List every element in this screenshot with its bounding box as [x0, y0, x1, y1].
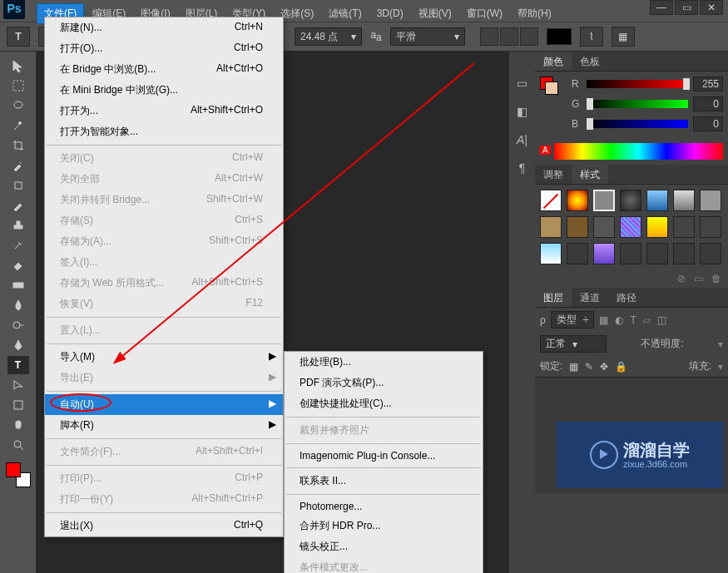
lock-paint-icon[interactable]: ✎	[585, 361, 593, 373]
close-button[interactable]: ✕	[700, 0, 723, 15]
menu-item[interactable]: 镜头校正...	[285, 536, 483, 557]
pen-tool[interactable]	[7, 336, 29, 354]
move-tool[interactable]	[7, 57, 29, 75]
green-value[interactable]: 0	[693, 96, 723, 111]
menu-item[interactable]: Photomerge...	[285, 497, 483, 516]
tab-paths[interactable]: 路径	[608, 288, 645, 307]
menu-item[interactable]: 在 Mini Bridge 中浏览(G)...	[45, 80, 283, 101]
menu-help[interactable]: 帮助(H)	[511, 4, 558, 23]
tab-swatches[interactable]: 色板	[572, 52, 608, 71]
blue-slider[interactable]	[587, 120, 688, 128]
menu-item[interactable]: 创建快捷批处理(C)...	[285, 393, 483, 414]
eyedropper-tool[interactable]	[7, 156, 29, 175]
menu-item[interactable]: 自动(U)▶	[45, 394, 283, 415]
filter-shape-icon[interactable]: ▱	[643, 314, 651, 326]
tab-color[interactable]: 颜色	[535, 52, 572, 71]
style-swatch[interactable]	[673, 216, 695, 238]
red-slider[interactable]	[587, 80, 688, 88]
style-swatch[interactable]	[646, 190, 668, 211]
menu-item[interactable]: Imagenomic Plug-in Console...	[285, 447, 483, 465]
character-panel-icon[interactable]: ▦	[612, 27, 635, 47]
menu-item[interactable]: 退出(X)Ctrl+Q	[45, 516, 283, 536]
filter-pixel-icon[interactable]: ▩	[599, 314, 608, 326]
style-swatch[interactable]	[593, 190, 615, 211]
style-swatch[interactable]	[700, 243, 721, 264]
brush-tool[interactable]	[7, 196, 29, 215]
align-center-button[interactable]	[500, 27, 518, 46]
warp-text-icon[interactable]: ⌇	[580, 27, 603, 47]
no-style-icon[interactable]: ⊘	[677, 273, 686, 284]
style-swatch[interactable]	[540, 243, 562, 264]
menu-item[interactable]: 合并到 HDR Pro...	[285, 516, 483, 536]
layer-filter-type[interactable]: 类型÷	[551, 311, 595, 328]
text-color-swatch[interactable]	[547, 28, 572, 45]
menu-view[interactable]: 视图(V)	[412, 4, 458, 23]
tab-adjustments[interactable]: 调整	[535, 165, 572, 184]
green-slider[interactable]	[587, 100, 688, 108]
tab-styles[interactable]: 样式	[572, 165, 608, 184]
stamp-tool[interactable]	[7, 216, 29, 235]
blur-tool[interactable]	[7, 296, 29, 314]
style-swatch[interactable]	[567, 216, 588, 238]
menu-item[interactable]: 批处理(B)...	[285, 352, 483, 373]
style-swatch[interactable]	[700, 190, 721, 211]
font-size-select[interactable]: 24.48 点▾	[295, 27, 362, 46]
lock-all-icon[interactable]: 🔒	[615, 361, 627, 373]
style-swatch[interactable]	[567, 190, 588, 211]
foreground-background-colors[interactable]	[6, 462, 31, 487]
history-brush-tool[interactable]	[7, 236, 29, 254]
menu-item[interactable]: 导入(M)▶	[45, 347, 283, 368]
path-select-tool[interactable]	[7, 376, 29, 394]
zoom-tool[interactable]	[7, 436, 29, 454]
panel-fgbg[interactable]	[540, 77, 563, 136]
blue-value[interactable]: 0	[693, 116, 723, 131]
character-icon[interactable]: A|	[517, 133, 527, 146]
healing-tool[interactable]	[7, 176, 29, 195]
antialias-select[interactable]: 平滑▾	[390, 27, 465, 46]
menu-item[interactable]: 联系表 II...	[285, 471, 483, 491]
menu-filter[interactable]: 滤镜(T)	[322, 4, 368, 23]
menu-item[interactable]: 打开为智能对象...	[45, 121, 283, 142]
minimize-button[interactable]: —	[650, 0, 673, 15]
style-swatch[interactable]	[700, 216, 721, 238]
properties-icon[interactable]: ◧	[517, 105, 527, 118]
menu-3d[interactable]: 3D(D)	[370, 5, 410, 22]
menu-item[interactable]: 打开为...Alt+Shift+Ctrl+O	[45, 101, 283, 121]
crop-tool[interactable]	[7, 136, 29, 155]
tool-preset-icon[interactable]: T	[7, 27, 30, 47]
menu-window[interactable]: 窗口(W)	[460, 4, 509, 23]
style-swatch[interactable]	[540, 190, 562, 211]
delete-style-icon[interactable]: 🗑	[711, 273, 721, 284]
style-swatch[interactable]	[593, 243, 615, 264]
type-tool[interactable]: T	[7, 356, 29, 374]
filter-smart-icon[interactable]: ◫	[657, 314, 666, 326]
maximize-button[interactable]: ▭	[675, 0, 698, 15]
menu-item[interactable]: 脚本(R)▶	[45, 415, 283, 436]
menu-item[interactable]: 在 Bridge 中浏览(B)...Alt+Ctrl+O	[45, 59, 283, 80]
lock-position-icon[interactable]: ✥	[600, 361, 608, 373]
style-swatch[interactable]	[620, 190, 641, 211]
lasso-tool[interactable]	[7, 96, 29, 115]
new-style-icon[interactable]: ▭	[694, 273, 703, 284]
red-value[interactable]: 255	[693, 77, 723, 91]
eraser-tool[interactable]	[7, 256, 29, 274]
marquee-tool[interactable]	[7, 77, 29, 95]
style-swatch[interactable]	[646, 243, 668, 264]
menu-item[interactable]: 新建(N)...Ctrl+N	[45, 17, 283, 38]
dodge-tool[interactable]	[7, 316, 29, 334]
style-swatch[interactable]	[620, 243, 641, 264]
color-spectrum[interactable]	[554, 143, 723, 160]
tab-channels[interactable]: 通道	[572, 288, 608, 307]
style-swatch[interactable]	[540, 216, 562, 238]
style-swatch[interactable]	[593, 216, 615, 238]
style-swatch[interactable]	[567, 243, 588, 264]
align-right-button[interactable]	[520, 27, 538, 46]
menu-item[interactable]: 打开(O)...Ctrl+O	[45, 38, 283, 59]
style-swatch[interactable]	[646, 216, 668, 238]
hand-tool[interactable]	[7, 416, 29, 434]
tab-layers[interactable]: 图层	[535, 288, 572, 307]
style-swatch[interactable]	[620, 216, 641, 238]
blend-mode-select[interactable]: 正常▾	[540, 335, 607, 353]
lock-transparency-icon[interactable]: ▦	[569, 361, 578, 373]
gradient-tool[interactable]	[7, 276, 29, 294]
